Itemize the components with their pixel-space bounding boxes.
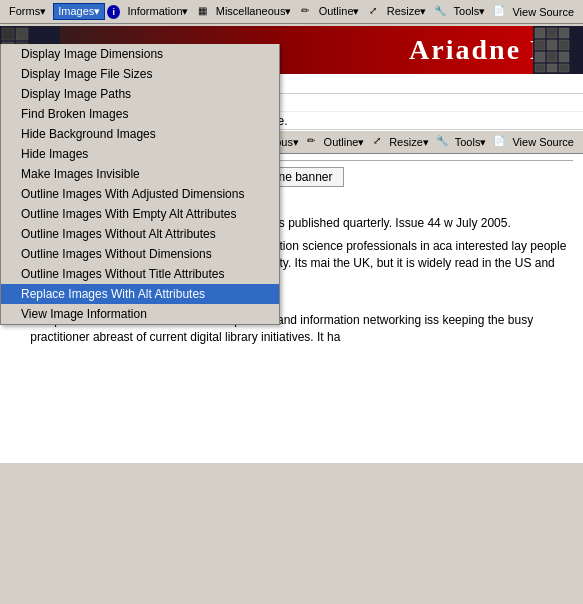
banner-right-pattern	[533, 26, 583, 74]
menu-item-display-dimensions[interactable]: Display Image Dimensions	[1, 44, 279, 64]
menu-item-make-invisible[interactable]: Make Images Invisible	[1, 164, 279, 184]
tools-icon2: 🔧	[436, 135, 448, 149]
tools-menu-button[interactable]: Tools▾	[449, 3, 491, 20]
svg-rect-14	[535, 52, 545, 62]
svg-rect-18	[547, 64, 557, 72]
menu-item-hide-images[interactable]: Hide Images	[1, 144, 279, 164]
menu-item-outline-without-alt[interactable]: Outline Images Without Alt Attributes	[1, 224, 279, 244]
images-menu-button[interactable]: Images▾	[53, 3, 105, 20]
menu-item-hide-background[interactable]: Hide Background Images	[1, 124, 279, 144]
svg-rect-9	[547, 28, 557, 38]
svg-rect-1	[2, 28, 14, 40]
svg-rect-15	[547, 52, 557, 62]
miscellaneous-menu-button[interactable]: Miscellaneous▾	[211, 3, 297, 20]
forms-menu-button[interactable]: Forms▾	[4, 3, 51, 20]
menu-item-view-image-info[interactable]: View Image Information	[1, 304, 279, 324]
svg-rect-10	[559, 28, 569, 38]
svg-rect-19	[559, 64, 569, 72]
grid-icon: ▦	[196, 5, 209, 19]
view-source-button[interactable]: View Source	[507, 4, 579, 20]
pencil-icon2: ✏	[306, 135, 317, 149]
menu-item-replace-images-alt[interactable]: Replace Images With Alt Attributes	[1, 284, 279, 304]
page-icon2: 📄	[493, 135, 505, 149]
info-icon: i	[107, 5, 120, 19]
menu-item-outline-empty-alt[interactable]: Outline Images With Empty Alt Attributes	[1, 204, 279, 224]
svg-rect-13	[559, 40, 569, 50]
resize-menu-button[interactable]: Resize▾	[382, 3, 432, 20]
menu-item-outline-without-dimensions[interactable]: Outline Images Without Dimensions	[1, 244, 279, 264]
images-dropdown-menu: Display Image Dimensions Display Image F…	[0, 44, 280, 325]
menu-item-find-broken[interactable]: Find Broken Images	[1, 104, 279, 124]
svg-rect-2	[16, 28, 28, 40]
resize-icon2: ⤢	[371, 135, 382, 149]
resize-menu-button2[interactable]: Resize▾	[384, 134, 434, 151]
pencil-icon: ✏	[298, 5, 311, 19]
menu-item-display-paths[interactable]: Display Image Paths	[1, 84, 279, 104]
svg-rect-12	[547, 40, 557, 50]
svg-rect-11	[535, 40, 545, 50]
menu-item-outline-without-title[interactable]: Outline Images Without Title Attributes	[1, 264, 279, 284]
svg-rect-17	[535, 64, 545, 72]
tools-icon: 🔧	[433, 5, 446, 19]
menu-item-display-file-sizes[interactable]: Display Image File Sizes	[1, 64, 279, 84]
svg-rect-8	[535, 28, 545, 38]
view-source-button2[interactable]: View Source	[507, 134, 579, 150]
tools-menu-button2[interactable]: Tools▾	[450, 134, 492, 151]
resize-icon: ⤢	[367, 5, 380, 19]
outline-menu-button2[interactable]: Outline▾	[319, 134, 370, 151]
svg-rect-16	[559, 52, 569, 62]
menu-item-outline-adjusted[interactable]: Outline Images With Adjusted Dimensions	[1, 184, 279, 204]
outline-menu-button[interactable]: Outline▾	[314, 3, 365, 20]
information-menu-button[interactable]: Information▾	[122, 3, 193, 20]
top-toolbar: Forms▾ Images▾ i Information▾ ▦ Miscella…	[0, 0, 583, 24]
page-icon: 📄	[492, 5, 505, 19]
